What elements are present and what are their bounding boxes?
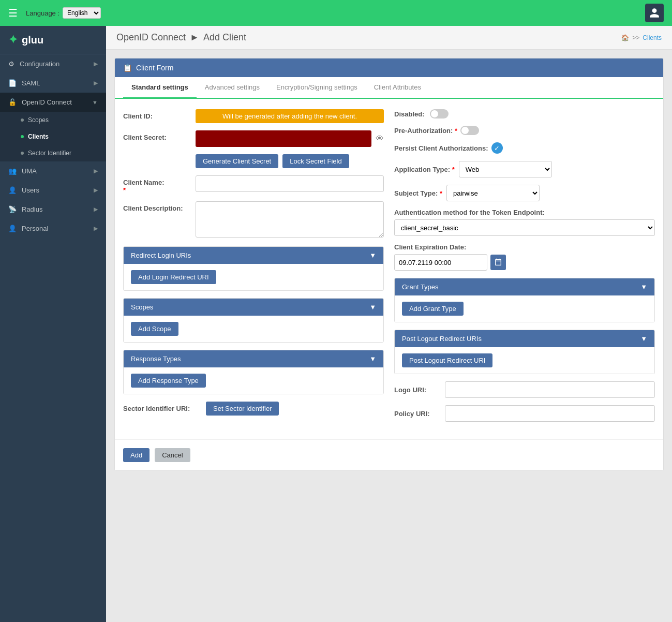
add-grant-type-button[interactable]: Add Grant Type [402, 302, 464, 316]
sidebar-label-saml: SAML [22, 79, 40, 87]
add-button[interactable]: Add [123, 448, 150, 462]
gluu-logo-icon: ✦ [8, 33, 18, 47]
response-types-title: Response Types [131, 355, 181, 363]
breadcrumb-bar: OpenID Connect ► Add Client 🏠 >> Clients [106, 26, 672, 50]
client-secret-label: Client Secret: [123, 130, 190, 141]
application-type-select[interactable]: Web Native [459, 161, 552, 177]
grant-types-section: Grant Types ▼ Add Grant Type [394, 278, 655, 322]
user-avatar[interactable] [645, 4, 664, 22]
logo-uri-group: Logo URI: [394, 381, 655, 398]
uma-icon: 👥 [8, 167, 17, 175]
language-selector[interactable]: Language : English French Spanish [26, 7, 101, 19]
sidebar-item-openid[interactable]: 🔓 OpenID Connect ▼ [0, 93, 106, 112]
application-type-group: Application Type: * Web Native [394, 161, 655, 177]
tab-encryption[interactable]: Encryption/Signing settings [268, 77, 366, 99]
form-tabs: Standard settings Advanced settings Encr… [115, 77, 663, 99]
redirect-login-header[interactable]: Redirect Login URIs ▼ [124, 247, 383, 264]
sidebar-label-openid: OpenID Connect [22, 98, 72, 106]
home-icon[interactable]: 🏠 [621, 34, 629, 41]
client-description-textarea[interactable] [196, 201, 384, 238]
chevron-right-icon: ▶ [94, 206, 98, 213]
grant-types-header[interactable]: Grant Types ▼ [395, 278, 654, 295]
client-secret-group: Client Secret: 👁 [123, 130, 384, 147]
sidebar-item-saml[interactable]: 📄 SAML ▶ [0, 73, 106, 93]
sidebar-item-sector-identifier[interactable]: Sector Identifier [0, 145, 106, 161]
client-form-card: 📋 Client Form Standard settings Advanced… [114, 58, 664, 471]
sidebar-item-radius[interactable]: 📡 Radius ▶ [0, 200, 106, 219]
tab-standard[interactable]: Standard settings [123, 77, 197, 99]
sector-identifier-label: Sector Identifier URI: [123, 405, 201, 412]
post-logout-title: Post Logout Redirect URIs [402, 335, 482, 343]
generate-secret-button[interactable]: Generate Client Secret [196, 154, 278, 168]
application-type-label: Application Type: * [394, 166, 455, 173]
add-response-type-button[interactable]: Add Response Type [131, 374, 206, 388]
sidebar-item-scopes[interactable]: Scopes [0, 112, 106, 128]
hamburger-icon[interactable]: ☰ [8, 7, 18, 19]
subject-type-select[interactable]: pairwise public [446, 185, 540, 201]
scopes-body: Add Scope [124, 316, 383, 342]
form-left-column: Client ID: Will be generated after addin… [123, 109, 384, 429]
grant-types-body: Add Grant Type [395, 295, 654, 322]
pre-auth-label: Pre-Authorization: * [394, 127, 457, 135]
form-columns: Client ID: Will be generated after addin… [123, 109, 655, 429]
tab-attributes[interactable]: Client Attributes [366, 77, 429, 99]
eye-icon[interactable]: 👁 [376, 134, 384, 143]
policy-uri-group: Policy URI: [394, 405, 655, 422]
users-icon: 👤 [8, 186, 17, 194]
dot-icon [21, 119, 24, 122]
sidebar-item-clients[interactable]: Clients [0, 128, 106, 145]
post-logout-body: Post Logout Redirect URI [395, 347, 654, 374]
sidebar-label-uma: UMA [22, 167, 37, 175]
language-label: Language : [26, 9, 59, 17]
post-logout-button[interactable]: Post Logout Redirect URI [402, 353, 492, 367]
policy-uri-input[interactable] [445, 405, 655, 422]
client-description-group: Client Description: [123, 201, 384, 239]
tab-advanced[interactable]: Advanced settings [197, 77, 268, 99]
chevron-right-icon: ▶ [94, 80, 98, 86]
expiration-date-input[interactable] [394, 254, 487, 271]
content-area: OpenID Connect ► Add Client 🏠 >> Clients… [106, 26, 672, 622]
openid-icon: 🔓 [8, 98, 17, 106]
lock-secret-button[interactable]: Lock Secret Field [282, 154, 349, 168]
chevron-right-icon: ▶ [94, 168, 98, 174]
post-logout-section: Post Logout Redirect URIs ▼ Post Logout … [394, 330, 655, 374]
radius-icon: 📡 [8, 205, 17, 213]
sidebar-item-users[interactable]: 👤 Users ▶ [0, 181, 106, 200]
auth-method-select[interactable]: client_secret_basic client_secret_post c… [394, 219, 655, 236]
pre-auth-toggle[interactable] [460, 126, 479, 135]
calendar-icon[interactable] [490, 255, 506, 270]
form-icon: 📋 [123, 64, 132, 72]
card-header: 📋 Client Form [115, 58, 663, 77]
client-description-label: Client Description: [123, 201, 190, 212]
sidebar-item-personal[interactable]: 👤 Personal ▶ [0, 219, 106, 238]
add-scope-button[interactable]: Add Scope [131, 322, 178, 336]
logo-uri-input[interactable] [445, 381, 655, 398]
client-name-input[interactable] [196, 175, 384, 192]
add-login-redirect-button[interactable]: Add Login Redirect URI [131, 270, 216, 284]
topbar-left: ☰ Language : English French Spanish [8, 7, 101, 19]
cancel-button[interactable]: Cancel [155, 448, 190, 462]
language-dropdown[interactable]: English French Spanish [63, 7, 101, 19]
client-secret-field [196, 130, 371, 147]
saml-icon: 📄 [8, 79, 17, 87]
disabled-label: Disabled: [394, 110, 425, 118]
scopes-header[interactable]: Scopes ▼ [124, 299, 383, 316]
sidebar-item-uma[interactable]: 👥 UMA ▶ [0, 161, 106, 181]
persist-auth-checkbox[interactable]: ✓ [491, 142, 503, 154]
collapse-icon: ▼ [640, 335, 647, 343]
response-types-header[interactable]: Response Types ▼ [124, 350, 383, 367]
sidebar-label-personal: Personal [22, 225, 48, 232]
sidebar-item-configuration[interactable]: ⚙ Configuration ▶ [0, 54, 106, 73]
set-sector-button[interactable]: Set Sector identifier [206, 402, 279, 416]
brand-name: gluu [22, 34, 43, 46]
card-title: Client Form [136, 64, 173, 72]
sidebar-logo: ✦ gluu [0, 26, 106, 54]
chevron-right-icon: ▶ [94, 187, 98, 194]
post-logout-header[interactable]: Post Logout Redirect URIs ▼ [395, 330, 654, 347]
expiration-label: Client Expiration Date: [394, 243, 655, 251]
disabled-toggle[interactable] [430, 109, 449, 119]
dot-icon [21, 152, 24, 155]
pre-auth-group: Pre-Authorization: * [394, 126, 655, 135]
clients-link[interactable]: Clients [643, 34, 662, 41]
persist-auth-label: Persist Client Authorizations: [394, 144, 488, 152]
